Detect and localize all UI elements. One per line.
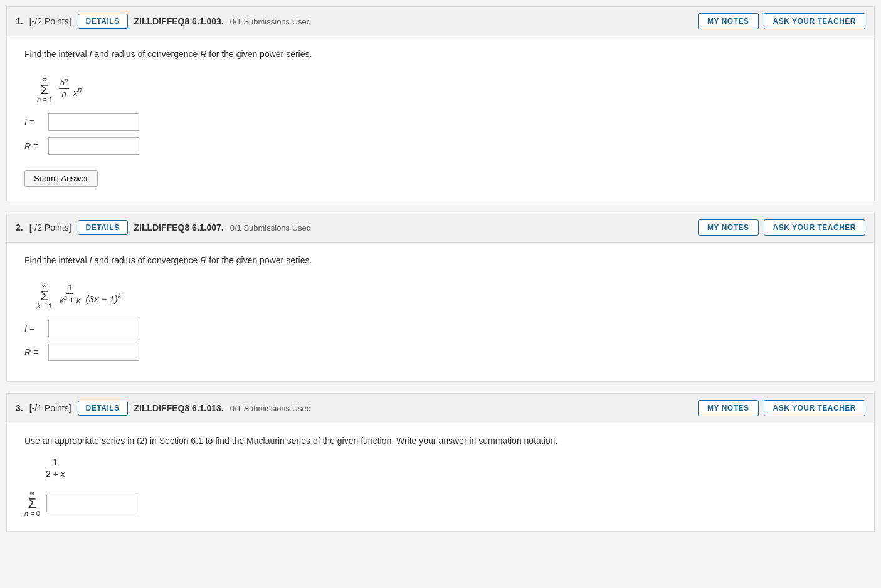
problem-1-details-button[interactable]: DETAILS: [78, 14, 128, 29]
problem-3-actions: MY NOTES ASK YOUR TEACHER: [698, 400, 865, 416]
problem-1-ask-teacher-button[interactable]: ASK YOUR TEACHER: [764, 13, 865, 29]
problem-2: 2. [-/2 Points] DETAILS ZILLDIFFEQ8 6.1.…: [6, 213, 875, 382]
problem-2-i-label: I =: [24, 323, 43, 333]
problem-1-points: [-/2 Points]: [29, 16, 71, 26]
problem-3-description: Use an appropriate series in (2) in Sect…: [24, 434, 857, 448]
problem-1-i-input[interactable]: [48, 113, 139, 131]
problem-3-sum-input[interactable]: [46, 495, 137, 512]
problem-3-my-notes-button[interactable]: MY NOTES: [698, 400, 758, 416]
problem-1-description: Find the interval I and radius of conver…: [24, 48, 857, 61]
problem-1-my-notes-button[interactable]: MY NOTES: [698, 13, 758, 29]
problem-2-formula: ∞ Σ k = 1 1 k2 + k (3x − 1)k: [37, 276, 857, 310]
problem-2-r-label: R =: [24, 347, 43, 357]
problem-2-number: 2.: [16, 223, 23, 233]
problem-1-r-row: R =: [24, 137, 857, 155]
problem-2-r-input[interactable]: [48, 344, 139, 361]
problem-1-code: ZILLDIFFEQ8 6.1.003.: [134, 16, 224, 26]
problem-1: 1. [-/2 Points] DETAILS ZILLDIFFEQ8 6.1.…: [6, 6, 875, 201]
problem-2-i-row: I =: [24, 320, 857, 337]
problem-1-i-label: I =: [24, 117, 43, 127]
problem-2-body: Find the interval I and radius of conver…: [7, 243, 874, 381]
problem-3-code: ZILLDIFFEQ8 6.1.013.: [134, 403, 224, 413]
problem-3-points: [-/1 Points]: [29, 403, 71, 413]
problem-1-i-row: I =: [24, 113, 857, 131]
problem-2-points: [-/2 Points]: [29, 223, 71, 233]
problem-1-header: 1. [-/2 Points] DETAILS ZILLDIFFEQ8 6.1.…: [7, 7, 874, 36]
problem-3-sigma: ∞ Σ n = 0: [24, 490, 40, 517]
problem-2-header: 2. [-/2 Points] DETAILS ZILLDIFFEQ8 6.1.…: [7, 213, 874, 243]
problem-3-ask-teacher-button[interactable]: ASK YOUR TEACHER: [764, 400, 865, 416]
problem-3-body: Use an appropriate series in (2) in Sect…: [7, 423, 874, 531]
problem-2-details-button[interactable]: DETAILS: [78, 220, 128, 235]
problem-2-actions: MY NOTES ASK YOUR TEACHER: [698, 219, 865, 236]
problem-1-submissions: 0/1 Submissions Used: [230, 17, 311, 26]
problem-2-description: Find the interval I and radius of conver…: [24, 254, 857, 267]
problem-1-body: Find the interval I and radius of conver…: [7, 36, 874, 201]
problem-2-submissions: 0/1 Submissions Used: [230, 223, 311, 233]
problem-3-sum-row: ∞ Σ n = 0: [24, 490, 857, 517]
problem-1-r-label: R =: [24, 141, 43, 151]
problem-2-code: ZILLDIFFEQ8 6.1.007.: [134, 223, 224, 233]
problem-3: 3. [-/1 Points] DETAILS ZILLDIFFEQ8 6.1.…: [6, 393, 875, 532]
problem-1-actions: MY NOTES ASK YOUR TEACHER: [698, 13, 865, 29]
problem-1-submit-button[interactable]: Submit Answer: [24, 170, 98, 187]
problem-2-my-notes-button[interactable]: MY NOTES: [698, 219, 758, 236]
problem-2-i-input[interactable]: [48, 320, 139, 337]
problem-2-ask-teacher-button[interactable]: ASK YOUR TEACHER: [764, 219, 865, 236]
problem-3-submissions: 0/1 Submissions Used: [230, 404, 311, 413]
problem-1-r-input[interactable]: [48, 137, 139, 155]
problem-3-details-button[interactable]: DETAILS: [78, 401, 128, 416]
problem-1-number: 1.: [16, 16, 23, 26]
problem-2-r-row: R =: [24, 344, 857, 361]
problem-3-number: 3.: [16, 403, 23, 413]
problem-3-header: 3. [-/1 Points] DETAILS ZILLDIFFEQ8 6.1.…: [7, 394, 874, 423]
problem-3-formula: 1 2 + x: [37, 456, 857, 480]
problem-1-formula: ∞ Σ n = 1 5n n xn: [37, 70, 857, 103]
